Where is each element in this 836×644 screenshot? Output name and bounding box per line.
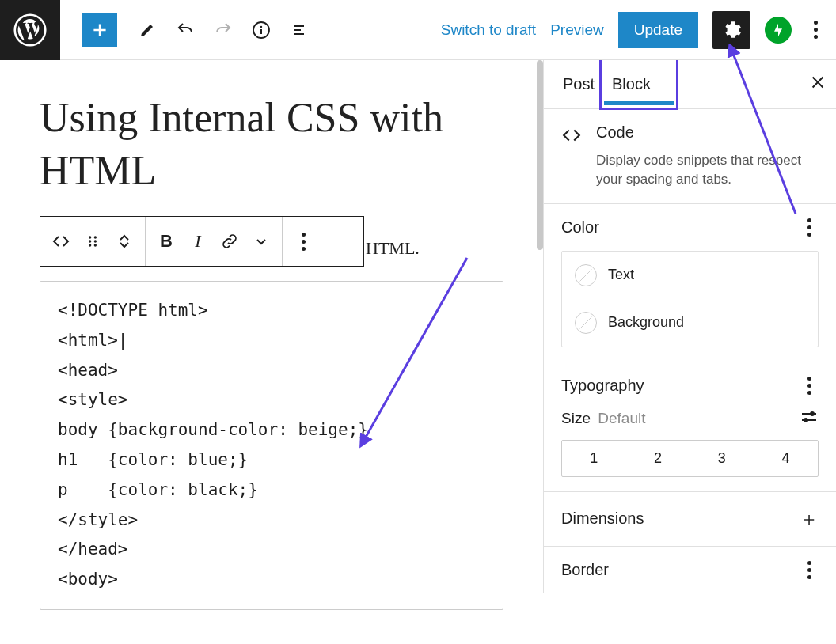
svg-point-9 xyxy=(94,244,97,246)
edit-mode-icon[interactable] xyxy=(138,21,157,40)
link-icon[interactable] xyxy=(220,232,239,251)
svg-point-6 xyxy=(89,240,91,242)
svg-rect-3 xyxy=(260,29,262,34)
list-view-icon[interactable] xyxy=(290,21,309,40)
settings-button[interactable] xyxy=(712,11,750,49)
block-options-icon[interactable] xyxy=(294,232,313,251)
block-info-panel: Code Display code snippets that respect … xyxy=(544,109,836,204)
move-up-down-icon[interactable] xyxy=(115,232,134,251)
chevron-down-icon[interactable] xyxy=(252,232,271,251)
typography-title: Typography xyxy=(561,377,644,395)
color-background-item[interactable]: Background xyxy=(562,299,818,347)
size-label: Size xyxy=(561,410,591,426)
undo-icon[interactable] xyxy=(176,21,195,40)
typography-options-icon[interactable] xyxy=(800,377,819,395)
code-block-type-icon[interactable] xyxy=(51,232,70,251)
code-icon xyxy=(561,123,582,149)
svg-point-8 xyxy=(89,244,91,246)
redo-icon[interactable] xyxy=(214,21,233,40)
drag-handle-icon[interactable] xyxy=(83,232,102,251)
block-type-desc: Display code snippets that respect your … xyxy=(596,151,819,189)
color-panel: Color Text Background xyxy=(544,204,836,362)
svg-line-11 xyxy=(580,269,592,281)
block-toolbar: B I xyxy=(40,216,364,267)
plus-icon[interactable]: ＋ xyxy=(800,506,819,532)
jetpack-button[interactable] xyxy=(765,17,792,44)
dimensions-panel[interactable]: Dimensions ＋ xyxy=(544,492,836,547)
svg-point-4 xyxy=(89,236,91,238)
bold-icon[interactable]: B xyxy=(157,232,176,251)
sidebar-tabs: Post Block xyxy=(544,60,836,109)
update-button[interactable]: Update xyxy=(618,12,698,48)
size-preset-4[interactable]: 4 xyxy=(754,441,818,476)
size-custom-toggle-icon[interactable] xyxy=(800,409,819,429)
svg-point-5 xyxy=(94,236,97,238)
code-block[interactable]: <!DOCTYPE html> <html>| <head> <style> b… xyxy=(40,281,504,610)
empty-swatch-icon xyxy=(575,264,597,286)
size-preset-1[interactable]: 1 xyxy=(562,441,626,476)
size-preset-3[interactable]: 3 xyxy=(690,441,754,476)
settings-sidebar: Post Block Code Display code snippets th… xyxy=(543,60,836,593)
post-title[interactable]: Using Internal CSS with HTML xyxy=(40,92,504,197)
border-panel[interactable]: Border xyxy=(544,547,836,593)
wordpress-logo[interactable] xyxy=(0,0,60,60)
block-type-name: Code xyxy=(596,123,819,142)
svg-point-14 xyxy=(810,411,815,416)
top-toolbar-tools xyxy=(138,21,309,40)
switch-to-draft-link[interactable]: Switch to draft xyxy=(441,21,536,39)
svg-point-2 xyxy=(260,25,262,27)
color-text-item[interactable]: Text xyxy=(562,252,818,299)
topbar-right-actions: Switch to draft Preview Update xyxy=(441,11,836,49)
font-size-presets: 1 2 3 4 xyxy=(561,440,819,477)
size-default-label: Default xyxy=(598,410,645,426)
typography-panel: Typography Size Default 1 2 3 4 xyxy=(544,362,836,492)
color-title: Color xyxy=(561,218,599,237)
border-title: Border xyxy=(561,561,609,579)
active-tab-underline xyxy=(604,101,674,105)
svg-point-16 xyxy=(804,418,808,422)
scrollbar-indicator[interactable] xyxy=(537,60,543,250)
tab-post[interactable]: Post xyxy=(563,61,604,108)
svg-point-7 xyxy=(94,240,97,242)
size-preset-2[interactable]: 2 xyxy=(626,441,690,476)
main-area: Using Internal CSS with HTML B I xyxy=(0,60,836,644)
color-text-label: Text xyxy=(608,267,634,283)
preview-link[interactable]: Preview xyxy=(550,21,604,39)
svg-line-12 xyxy=(580,316,592,328)
color-background-label: Background xyxy=(608,314,684,331)
color-options-icon[interactable] xyxy=(800,218,819,237)
close-sidebar-button[interactable] xyxy=(809,74,826,96)
more-options-button[interactable] xyxy=(806,21,825,39)
inline-html-label: HTML. xyxy=(366,238,420,259)
editor-topbar: Switch to draft Preview Update xyxy=(0,0,836,60)
add-block-button[interactable] xyxy=(82,13,117,47)
empty-swatch-icon xyxy=(575,312,597,334)
italic-icon[interactable]: I xyxy=(188,232,207,251)
border-options-icon[interactable] xyxy=(800,561,819,579)
editor-canvas[interactable]: Using Internal CSS with HTML B I xyxy=(0,60,543,644)
info-icon[interactable] xyxy=(252,21,271,40)
dimensions-title: Dimensions xyxy=(561,510,644,528)
